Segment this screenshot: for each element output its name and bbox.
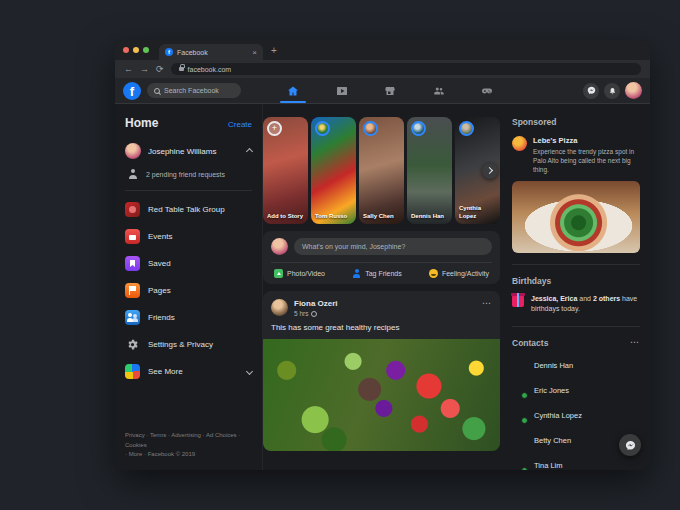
window-minimize-button[interactable] bbox=[133, 47, 139, 53]
main-content: Home Create Josephine Williams 2 pending… bbox=[115, 104, 650, 470]
story-add-to-story[interactable]: + Add to Story bbox=[263, 117, 308, 224]
notifications-button[interactable] bbox=[604, 83, 620, 99]
birthday-names: Jessica, Erica bbox=[531, 295, 577, 302]
nav-watch-tab[interactable] bbox=[328, 78, 356, 103]
footer-line-1[interactable]: Privacy · Terms · Advertising · Ad Choic… bbox=[125, 432, 240, 448]
contact-dennis-han[interactable]: Dennis Han bbox=[512, 358, 640, 373]
new-message-button[interactable] bbox=[619, 434, 641, 456]
rail-divider bbox=[512, 264, 640, 265]
avatar bbox=[512, 433, 527, 448]
facebook-logo[interactable]: f bbox=[123, 82, 141, 100]
status-placeholder: What's on your mind, Josephine? bbox=[302, 243, 405, 250]
tag-friends-icon bbox=[352, 269, 361, 278]
nav-groups-tab[interactable] bbox=[425, 78, 453, 103]
gear-icon bbox=[125, 337, 140, 352]
tab-close-icon[interactable]: × bbox=[252, 48, 257, 57]
contacts-heading: Contacts bbox=[512, 338, 548, 348]
profile-name: Josephine Williams bbox=[148, 147, 216, 156]
bell-icon bbox=[608, 86, 617, 95]
back-icon[interactable]: ← bbox=[124, 65, 133, 74]
stories-next-button[interactable] bbox=[482, 163, 498, 179]
sidebar-item-settings[interactable]: Settings & Privacy bbox=[125, 337, 252, 352]
story-avatar bbox=[459, 121, 474, 136]
action-label: Tag Friends bbox=[365, 270, 402, 277]
photo-video-icon bbox=[274, 269, 283, 278]
tag-friends-button[interactable]: Tag Friends bbox=[352, 269, 402, 278]
post-more-icon[interactable]: ⋯ bbox=[482, 299, 492, 317]
gaming-icon bbox=[481, 85, 493, 97]
sidebar-item-label: Friends bbox=[148, 313, 175, 322]
chevron-right-icon bbox=[485, 167, 492, 174]
facebook-header: f Search Facebook bbox=[115, 78, 650, 104]
avatar bbox=[271, 238, 288, 255]
contact-name: Eric Jones bbox=[534, 386, 569, 395]
header-actions bbox=[583, 82, 642, 99]
reload-icon[interactable]: ⟳ bbox=[156, 65, 164, 74]
ad-image[interactable] bbox=[512, 181, 640, 253]
birthdays-text: Jessica, Erica and 2 others have birthda… bbox=[531, 294, 640, 314]
story-dennis-han[interactable]: Dennis Han bbox=[407, 117, 452, 224]
sidebar-item-profile[interactable]: Josephine Williams bbox=[125, 143, 252, 159]
lock-icon bbox=[179, 67, 184, 71]
forward-icon[interactable]: → bbox=[140, 65, 149, 74]
add-story-plus-icon[interactable]: + bbox=[267, 121, 282, 136]
new-message-icon bbox=[625, 440, 636, 451]
sidebar-item-see-more[interactable]: See More bbox=[125, 364, 252, 379]
contact-tina-lim[interactable]: Tina Lim bbox=[512, 458, 640, 470]
sidebar-item-pages[interactable]: Pages bbox=[125, 283, 252, 298]
photo-video-button[interactable]: Photo/Video bbox=[274, 269, 325, 278]
desktop-background: f Facebook × + ← → ⟳ facebook.com f Sear… bbox=[0, 0, 680, 510]
advertiser-logo bbox=[512, 136, 527, 151]
contacts-more-icon[interactable]: ⋯ bbox=[630, 338, 640, 347]
contact-eric-jones[interactable]: Eric Jones bbox=[512, 383, 640, 398]
chevron-up-icon[interactable] bbox=[246, 147, 253, 154]
story-label: Cynthia Lopez bbox=[459, 205, 498, 220]
contact-cynthia-lopez[interactable]: Cynthia Lopez bbox=[512, 408, 640, 423]
left-sidebar: Home Create Josephine Williams 2 pending… bbox=[115, 104, 263, 470]
status-input[interactable]: What's on your mind, Josephine? bbox=[294, 238, 492, 255]
nav-gaming-tab[interactable] bbox=[473, 78, 501, 103]
facebook-favicon-icon: f bbox=[165, 48, 173, 56]
story-avatar bbox=[363, 121, 378, 136]
advertiser-name[interactable]: Lebe's Pizza bbox=[533, 136, 640, 145]
browser-tab-facebook[interactable]: f Facebook × bbox=[159, 44, 263, 60]
window-zoom-button[interactable] bbox=[143, 47, 149, 53]
address-bar[interactable]: facebook.com bbox=[171, 63, 641, 75]
nav-marketplace-tab[interactable] bbox=[376, 78, 404, 103]
footer-line-2: · More · Facebook © 2019 bbox=[125, 451, 195, 457]
feeling-activity-button[interactable]: Feeling/Activity bbox=[429, 269, 489, 278]
sidebar-item-red-table-talk[interactable]: Red Table Talk Group bbox=[125, 202, 252, 217]
friend-requests-label: 2 pending friend requests bbox=[146, 171, 225, 178]
sponsored-ad[interactable]: Lebe's Pizza Experience the trendy pizza… bbox=[512, 136, 640, 174]
action-label: Feeling/Activity bbox=[442, 270, 489, 277]
birthdays-item[interactable]: Jessica, Erica and 2 others have birthda… bbox=[512, 294, 640, 314]
sidebar-item-saved[interactable]: Saved bbox=[125, 256, 252, 271]
sidebar-item-events[interactable]: Events bbox=[125, 229, 252, 244]
post-author-avatar[interactable] bbox=[271, 299, 288, 316]
post-image[interactable] bbox=[263, 339, 500, 451]
story-tom-russo[interactable]: Tom Russo bbox=[311, 117, 356, 224]
nav-home-tab[interactable] bbox=[279, 78, 307, 103]
chevron-down-icon[interactable] bbox=[246, 368, 253, 375]
new-tab-button[interactable]: + bbox=[271, 40, 277, 60]
gift-icon bbox=[512, 295, 524, 307]
post-text: This has some great healthy recipes bbox=[263, 317, 500, 339]
sidebar-item-friends[interactable]: Friends bbox=[125, 310, 252, 325]
messenger-button[interactable] bbox=[583, 83, 599, 99]
pages-icon bbox=[125, 283, 140, 298]
window-close-button[interactable] bbox=[123, 47, 129, 53]
post-composer: What's on your mind, Josephine? Photo/Vi… bbox=[263, 231, 500, 284]
saved-icon bbox=[125, 256, 140, 271]
watch-icon bbox=[336, 85, 348, 97]
post-author-name[interactable]: Fiona Ozeri bbox=[294, 299, 476, 308]
news-feed: + Add to Story Tom Russo Sally Chen Denn… bbox=[263, 104, 500, 470]
create-link[interactable]: Create bbox=[228, 120, 252, 129]
story-sally-chen[interactable]: Sally Chen bbox=[359, 117, 404, 224]
search-input[interactable]: Search Facebook bbox=[147, 83, 241, 98]
avatar bbox=[512, 358, 527, 373]
friend-requests-item[interactable]: 2 pending friend requests bbox=[125, 169, 252, 179]
sidebar-item-label: See More bbox=[148, 367, 183, 376]
profile-avatar[interactable] bbox=[625, 82, 642, 99]
page-title: Home bbox=[125, 116, 158, 130]
avatar bbox=[512, 383, 527, 398]
